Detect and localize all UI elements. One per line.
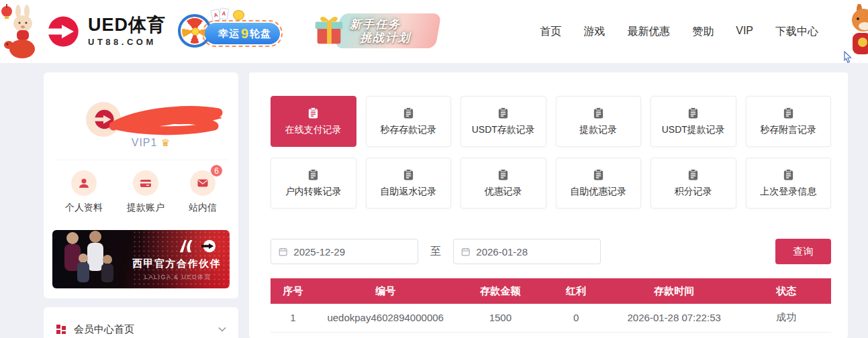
wheel-label-prefix: 幸运 (218, 27, 240, 40)
clipboard-icon (497, 168, 510, 181)
tab-label: 优惠记录 (485, 186, 522, 198)
tab-label: 上次登录信息 (760, 186, 816, 198)
cny-rabbit-mascot-image (0, 3, 42, 62)
col-order-number: 编号 (316, 278, 456, 304)
col-bonus: 红利 (545, 278, 607, 304)
newbie-task-promo-banner[interactable]: 新手任务 挑战计划 (311, 8, 438, 55)
clipboard-icon (402, 107, 415, 119)
sidebar-item-member-center-home[interactable]: 会员中心首页 (56, 307, 226, 338)
profile-card: VIP1 ♛ 个人资料 (44, 72, 238, 298)
shortcut-site-mail[interactable]: 6 站内信 (189, 170, 217, 214)
nav-download-center[interactable]: 下载中心 (775, 25, 818, 39)
wheel-label-suffix: 轮盘 (250, 27, 271, 40)
tab-label: 秒存存款记录 (380, 124, 436, 136)
vip-level: VIP1 ♛ (111, 137, 191, 149)
clipboard-icon (497, 107, 510, 119)
banner-logos (179, 239, 216, 253)
cell-status: 成功 (741, 304, 831, 332)
clipboard-icon (782, 168, 795, 181)
tab-promo-records[interactable]: 优惠记录 (461, 158, 546, 209)
nav-vip[interactable]: VIP (736, 25, 753, 39)
tab-internal-transfer-records[interactable]: 户内转账记录 (271, 158, 356, 209)
ued-logo-icon (201, 239, 216, 253)
cell-deposit-time: 2026-01-28 07:22:53 (607, 304, 741, 332)
playing-card-icon: A (219, 7, 229, 20)
date-to-input[interactable] (476, 246, 593, 258)
tab-label: USDT存款记录 (472, 124, 535, 136)
col-index: 序号 (271, 278, 316, 304)
tab-online-payment-records[interactable]: 在线支付记录 (271, 96, 356, 147)
newbie-task-label: 新手任务 挑战计划 (350, 18, 411, 46)
cell-index: 1 (271, 304, 316, 332)
tab-withdrawal-records[interactable]: 提款记录 (556, 96, 642, 147)
shortcut-label: 站内信 (189, 202, 217, 214)
tab-quick-deposit-records[interactable]: 秒存存款记录 (366, 96, 452, 147)
laliga-partner-banner[interactable]: 西甲官方合作伙伴 LALIGA & UED体育 (52, 230, 230, 288)
wheel-label-number: 9 (241, 26, 248, 42)
query-button[interactable]: 查询 (775, 239, 831, 264)
date-to-field[interactable] (453, 239, 601, 264)
mouse-cursor-icon (843, 51, 853, 66)
lucky-wheel-promo-banner[interactable]: A A 幸运 9 轮盘 (177, 8, 291, 55)
clipboard-icon (782, 107, 795, 119)
nav-sponsorship[interactable]: 赞助 (692, 25, 714, 39)
lucky-wheel-label: 幸运 9 轮盘 (205, 23, 280, 44)
nav-promotions[interactable]: 最新优惠 (627, 25, 670, 39)
gold-coin-icon (233, 10, 244, 20)
newbie-task-line1: 新手任务 (350, 18, 401, 31)
calendar-icon (279, 247, 287, 257)
cell-deposit-amount: 1500 (456, 304, 546, 332)
clipboard-icon (307, 168, 320, 181)
shortcut-withdrawal-account[interactable]: 提款账户 (127, 170, 164, 214)
sidebar: VIP1 ♛ 个人资料 (44, 72, 238, 338)
menu-item-label: 会员中心首页 (74, 323, 211, 336)
shortcut-label: 个人资料 (65, 202, 103, 214)
nav-games[interactable]: 游戏 (583, 25, 605, 39)
clipboard-icon (687, 168, 700, 181)
site-logo[interactable]: UED体育 UT88.COM (44, 13, 166, 50)
tab-points-records[interactable]: 积分记录 (650, 158, 736, 209)
tab-label: 积分记录 (675, 186, 712, 198)
laliga-logo-icon (179, 239, 193, 253)
logo-subtitle: UT88.COM (88, 37, 166, 47)
tab-self-promo-records[interactable]: 自助优惠记录 (556, 158, 642, 209)
tab-usdt-withdrawal-records[interactable]: USDT提款记录 (650, 96, 736, 147)
calendar-icon (461, 247, 470, 257)
top-header: UED体育 UT88.COM A A 幸运 9 轮盘 (0, 0, 868, 63)
crown-icon: ♛ (161, 137, 171, 148)
tab-usdt-deposit-records[interactable]: USDT存款记录 (461, 96, 546, 147)
logo-title: UED体育 (88, 16, 166, 34)
tab-label: 在线支付记录 (285, 124, 342, 136)
record-tabs: 在线支付记录 秒存存款记录 USDT存款记录 提款记录 USDT提款记录 秒存附… (271, 96, 831, 209)
table-header-row: 序号 编号 存款金额 红利 存款时间 状态 (271, 278, 831, 304)
tab-label: 提款记录 (579, 124, 617, 136)
col-deposit-time: 存款时间 (607, 278, 741, 304)
grid-icon (56, 324, 66, 335)
logo-text: UED体育 UT88.COM (88, 16, 166, 47)
tab-quick-memo-records[interactable]: 秒存附言记录 (746, 96, 832, 147)
bank-card-icon (133, 170, 158, 196)
page: UED体育 UT88.COM A A 幸运 9 轮盘 (0, 0, 868, 338)
newbie-task-line2: 挑战计划 (350, 32, 411, 45)
tab-self-rebate-records[interactable]: 自助返水记录 (366, 158, 452, 209)
tab-label: 自助优惠记录 (570, 186, 626, 198)
cell-bonus: 0 (545, 304, 607, 332)
user-icon (71, 170, 97, 196)
shortcut-label: 提款账户 (127, 202, 164, 214)
nav-home[interactable]: 首页 (540, 25, 561, 39)
tab-label: USDT提款记录 (662, 124, 725, 136)
date-from-field[interactable] (271, 239, 418, 264)
profile-shortcuts: 个人资料 提款账户 (44, 170, 238, 214)
col-status: 状态 (741, 278, 831, 304)
shortcut-personal-info[interactable]: 个人资料 (65, 170, 103, 214)
main-nav: 首页 游戏 最新优惠 赞助 VIP 下载中心 (540, 25, 818, 39)
payment-records-table: 序号 编号 存款金额 红利 存款时间 状态 1 uedokpay46028940… (271, 278, 831, 333)
clipboard-icon (307, 107, 320, 119)
tab-last-login-info[interactable]: 上次登录信息 (746, 158, 832, 209)
gift-box-icon (311, 11, 347, 52)
date-from-input[interactable] (293, 246, 410, 258)
banner-subtitle: LALIGA & UED体育 (144, 273, 211, 282)
clipboard-icon (592, 107, 605, 119)
logo-d-icon (44, 13, 80, 50)
tab-label: 秒存附言记录 (760, 124, 816, 136)
